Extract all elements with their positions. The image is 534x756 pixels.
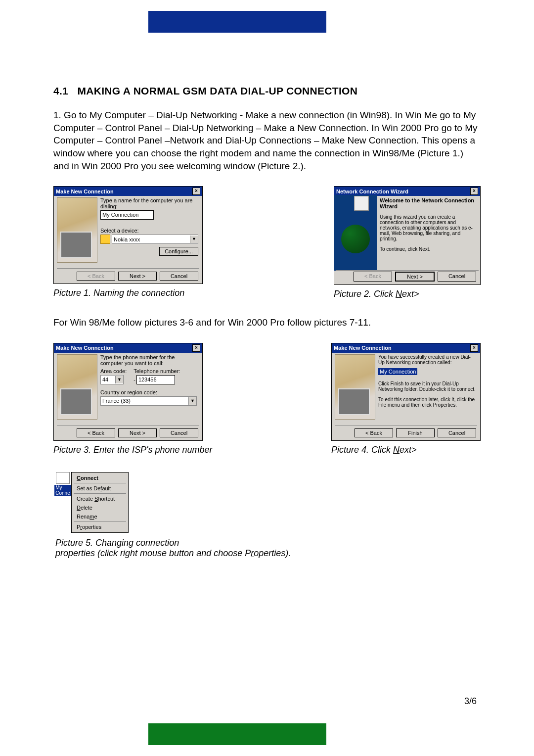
icon-label: My Conne <box>54 485 71 496</box>
menu-set-default[interactable]: Set as Default <box>73 484 127 493</box>
context-menu: Connect Set as Default Create Shortcut D… <box>71 472 129 533</box>
name-label: Type a name for the computer you are dia… <box>100 197 198 209</box>
success-text: You have successfully created a new Dial… <box>378 354 476 365</box>
document-body: 4.1 MAKING A NORMAL GSM DATA DIAL-UP CON… <box>53 85 481 571</box>
figure-3-caption: Picture 3. Enter the ISP's phone number <box>53 445 213 455</box>
connection-shortcut-icon[interactable]: My Conne <box>55 472 70 496</box>
wizard-continue: To continue, click Next. <box>380 246 476 252</box>
menu-properties[interactable]: Properties <box>73 522 127 531</box>
edit-text: To edit this connection later, click it,… <box>378 397 476 408</box>
chevron-down-icon[interactable]: ▼ <box>188 397 196 405</box>
country-label: Country or region code: <box>100 389 198 395</box>
page-number: 3/6 <box>464 696 477 707</box>
next-button[interactable]: Next > <box>118 272 157 281</box>
next-button[interactable]: Next > <box>395 272 435 282</box>
connection-name-input[interactable]: My Connection <box>100 210 154 220</box>
area-code-dropdown[interactable]: 44 ▼ <box>100 375 124 384</box>
close-icon[interactable]: × <box>192 344 200 352</box>
wizard-graphic <box>57 197 97 263</box>
device-dropdown[interactable]: Nokia xxxx ▼ <box>112 235 198 244</box>
wizard-graphic <box>335 354 375 420</box>
device-value: Nokia xxxx <box>114 236 140 242</box>
phone-number-dialog: Make New Connection × Type the phone num… <box>53 343 203 441</box>
monitor-icon <box>60 388 92 415</box>
figure-row-2: Make New Connection × Type the phone num… <box>53 343 481 468</box>
wizard-desc: Using this wizard you can create a conne… <box>380 214 476 241</box>
back-button[interactable]: < Back <box>355 428 393 437</box>
chevron-down-icon[interactable]: ▼ <box>115 376 123 383</box>
section-heading: 4.1 MAKING A NORMAL GSM DATA DIAL-UP CON… <box>53 85 481 97</box>
header-band <box>148 11 326 33</box>
back-button[interactable]: < Back <box>77 428 115 437</box>
cancel-button[interactable]: Cancel <box>438 428 476 437</box>
cancel-button[interactable]: Cancel <box>160 428 198 437</box>
finish-dialog: Make New Connection × You have successfu… <box>331 343 481 441</box>
network-connection-wizard-dialog: Network Connection Wizard × Welcome to t… <box>334 186 481 285</box>
next-button[interactable]: Next > <box>118 428 157 437</box>
cancel-button[interactable]: Cancel <box>438 272 476 282</box>
back-button: < Back <box>354 272 392 282</box>
menu-connect[interactable]: Connect <box>73 473 127 482</box>
figure-5: My Conne Connect Set as Default Create S… <box>55 472 481 559</box>
menu-delete[interactable]: Delete <box>73 503 127 512</box>
country-dropdown[interactable]: France (33) ▼ <box>100 396 197 406</box>
dialog-titlebar: Make New Connection × <box>54 187 202 196</box>
section-number: 4.1 <box>53 85 68 96</box>
close-icon[interactable]: × <box>470 188 478 195</box>
cancel-button[interactable]: Cancel <box>160 272 198 281</box>
wizard-side-graphic <box>334 195 377 271</box>
figure-1: Make New Connection × Type a name for th… <box>53 186 203 312</box>
dialog-title: Make New Connection <box>334 345 392 351</box>
dialup-icon <box>56 472 70 484</box>
wizard-icon <box>354 196 369 211</box>
wizard-graphic <box>57 354 97 420</box>
back-button: < Back <box>77 272 115 281</box>
country-value: France (33) <box>102 398 131 404</box>
close-icon[interactable]: × <box>470 344 478 352</box>
figure-4-caption: Picture 4. Click Next> <box>331 445 481 455</box>
section-title: MAKING A NORMAL GSM DATA DIAL-UP CONNECT… <box>78 85 358 96</box>
menu-create-shortcut[interactable]: Create Shortcut <box>73 494 127 503</box>
save-text: Click Finish to save it in your Dial-Up … <box>378 381 476 392</box>
mid-paragraph: For Win 98/Me follow pictures 3-6 and fo… <box>53 316 481 329</box>
figure-row-1: Make New Connection × Type a name for th… <box>53 186 481 312</box>
chevron-down-icon[interactable]: ▼ <box>190 236 198 243</box>
connection-highlight: My Connection <box>378 368 417 375</box>
figure-2-caption: Picture 2. Click Next> <box>334 289 481 299</box>
telephone-input[interactable]: 123456 <box>136 375 175 384</box>
monitor-icon <box>338 388 370 415</box>
finish-button[interactable]: Finish <box>396 428 435 437</box>
globe-icon <box>341 225 370 253</box>
area-code-value: 44 <box>102 377 108 382</box>
menu-rename[interactable]: Rename <box>73 512 127 521</box>
dialog-title: Make New Connection <box>56 345 114 351</box>
footer-band <box>148 723 326 745</box>
figure-3: Make New Connection × Type the phone num… <box>53 343 213 468</box>
wizard-heading: Welcome to the Network Connection Wizard <box>380 197 476 209</box>
intro-paragraph: 1. Go to My Computer – Dial-Up Networkin… <box>53 109 481 172</box>
configure-button[interactable]: Configure... <box>159 247 198 256</box>
modem-icon <box>100 235 110 244</box>
figure-1-caption: Picture 1. Naming the connection <box>53 288 203 298</box>
dialog-title: Network Connection Wizard <box>336 189 408 194</box>
dialog-titlebar: Make New Connection × <box>54 343 202 353</box>
figure-4: Make New Connection × You have successfu… <box>331 343 481 468</box>
close-icon[interactable]: × <box>192 188 200 195</box>
figure-2: Network Connection Wizard × Welcome to t… <box>334 186 481 312</box>
dialog-title: Make New Connection <box>56 189 114 194</box>
phone-prompt: Type the phone number for the computer y… <box>100 354 198 366</box>
area-code-label: Area code: <box>100 368 127 374</box>
figure-5-caption: Picture 5. Changing connection propertie… <box>55 538 312 559</box>
monitor-icon <box>60 232 92 258</box>
make-new-connection-dialog: Make New Connection × Type a name for th… <box>53 186 203 284</box>
dialog-titlebar: Make New Connection × <box>332 343 480 353</box>
device-label: Select a device: <box>100 228 198 234</box>
telephone-label: Telephone number: <box>134 368 180 374</box>
